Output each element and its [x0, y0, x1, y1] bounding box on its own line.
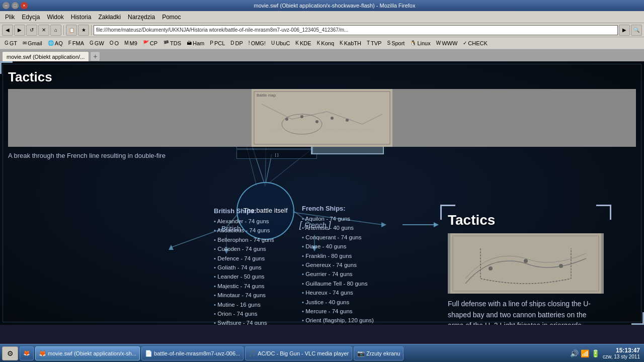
right-tactics-desc: Full defense with a line of ships closin… — [448, 299, 604, 325]
bookmarks-bar: GGT ✉Gmail 🌐AQ FFMA GGW OO MM9 🚩CP 🏴TDS … — [0, 37, 644, 49]
home-button[interactable]: ⌂ — [50, 25, 61, 36]
window-title: movie.swf (Obiekt application/x-shockwav… — [28, 3, 641, 9]
main-content: [ start/decision to attack ] [ A quick d… — [0, 61, 644, 325]
menu-edycja[interactable]: Edycja — [19, 13, 43, 22]
maximize-button[interactable]: □ — [12, 2, 19, 9]
british-ships-list: Alexander - 74 guns Audacious - 74 guns … — [214, 217, 291, 325]
history-icon[interactable]: 📋 — [66, 25, 77, 36]
bookmark-tvp[interactable]: TTVP — [364, 39, 384, 47]
list-item: Genereux - 74 guns — [302, 260, 377, 269]
network-icon[interactable]: 📶 — [581, 349, 589, 357]
forward-button[interactable]: ▶ — [14, 25, 25, 36]
bookmark-kde[interactable]: KKDE — [293, 39, 313, 47]
list-item: Orion - 74 guns — [214, 309, 291, 318]
french-ships-title: French Ships: — [302, 205, 377, 212]
list-item: Justice - 40 guns — [302, 298, 377, 307]
firefox-small-icon: 🦊 — [39, 350, 46, 357]
bookmark-gw[interactable]: GGW — [87, 39, 107, 47]
bookmark-omg[interactable]: !OMG! — [246, 39, 268, 47]
bookmark-check[interactable]: ✓CHECK — [460, 39, 490, 47]
battery-icon[interactable]: 🔋 — [591, 349, 600, 357]
list-item: Conquerant - 74 guns — [302, 233, 377, 242]
list-item: Majestic - 74 guns — [214, 282, 291, 291]
bookmark-konq[interactable]: KKonq — [314, 39, 337, 47]
bookmark-ubuc[interactable]: UUbuC — [269, 39, 292, 47]
bookmark-m9[interactable]: MM9 — [122, 39, 140, 47]
clock-area: 🔊 📶 🔋 15:13:47 czw, 13 sty 2011 — [570, 347, 642, 359]
toolbar: ◀ ▶ ↺ ✕ ⌂ 📋 ★ file:///home/mateusz/Dokum… — [0, 23, 644, 37]
menu-narzedzia[interactable]: Narzędzia — [125, 13, 158, 22]
svg-rect-26 — [252, 89, 392, 147]
list-item: Guillaume Tell - 80 guns — [302, 279, 377, 288]
go-button[interactable]: ▶ — [619, 25, 630, 36]
menu-historia[interactable]: Historia — [68, 13, 95, 22]
taskbar-firefox-icon[interactable]: 🦊 — [20, 346, 34, 360]
bookmark-ham[interactable]: 🏔Ham — [184, 39, 207, 47]
bookmark-sport[interactable]: SSport — [384, 39, 407, 47]
bookmark-tds[interactable]: 🏴TDS — [160, 39, 184, 47]
start-button[interactable]: ⚙ — [2, 346, 18, 360]
bookmark-dp[interactable]: DDP — [228, 39, 246, 47]
titlebar-left: − □ × — [3, 2, 28, 9]
bookmark-gmail[interactable]: ✉Gmail — [20, 39, 45, 47]
svg-point-45 — [524, 259, 528, 263]
taskbar-item-2[interactable]: 🎵 AC/DC - Big Gun - VLC media player — [245, 346, 352, 360]
bookmark-star[interactable]: ★ — [78, 25, 89, 36]
search-icon[interactable]: 🔍 — [631, 25, 642, 36]
list-item: Goliath - 74 guns — [214, 263, 291, 272]
list-item: Franklin - 80 guns — [302, 251, 377, 260]
reload-button[interactable]: ↺ — [26, 25, 37, 36]
close-button[interactable]: × — [21, 2, 28, 9]
right-tactics-box: Tactics Full — [440, 205, 611, 325]
left-tactics-box: Tactics Battle map — [0, 61, 201, 217]
menu-widok[interactable]: Widok — [44, 13, 66, 22]
stop-button[interactable]: ✕ — [38, 25, 49, 36]
vlc-icon: 🎵 — [249, 350, 256, 357]
svg-point-36 — [300, 115, 303, 118]
taskbar-item-1-label: battle-of-nile-mrasm8m7-uvz-006... — [154, 350, 240, 356]
bookmark-gt[interactable]: GGT — [2, 39, 20, 47]
svg-point-37 — [315, 120, 318, 123]
right-tactics-image — [448, 233, 604, 294]
menu-plik[interactable]: Plik — [2, 13, 18, 22]
tab-add-button[interactable]: + — [90, 51, 100, 61]
list-item: Bellerophon - 74 guns — [214, 235, 291, 244]
address-bar[interactable]: file:///home/mateusz/Dokumenty/UKKNJA/Hi… — [94, 25, 618, 35]
list-item: Mercure - 74 guns — [302, 307, 377, 316]
list-item: Artemise - 40 guns — [302, 223, 377, 232]
british-ships-title: British Ships: — [214, 207, 291, 215]
left-tactics-title: Tactics — [8, 69, 636, 85]
svg-point-44 — [489, 266, 493, 270]
list-item: Defence - 74 guns — [214, 254, 291, 263]
list-item: Aquilon - 74 guns — [302, 214, 377, 223]
list-item: Culloden - 74 guns — [214, 244, 291, 253]
taskbar-item-3-label: Zrzuty ekranu — [366, 350, 400, 356]
minimize-button[interactable]: − — [3, 2, 10, 9]
list-item: Swiftsure - 74 guns — [214, 318, 291, 325]
clock-date: czw, 13 sty 2011 — [603, 354, 640, 359]
list-item: Heureux - 74 guns — [302, 288, 377, 297]
menu-zakladki[interactable]: Zakładki — [95, 13, 124, 22]
bookmark-pcl[interactable]: PPCL — [207, 39, 227, 47]
french-ships: French Ships: Aquilon - 74 guns Artemise… — [302, 205, 377, 325]
taskbar-item-0[interactable]: 🦊 movie.swf (Obiekt application/x-sh... — [35, 346, 140, 360]
bookmark-aq[interactable]: 🌐AQ — [45, 39, 65, 47]
svg-point-46 — [559, 264, 563, 268]
back-button[interactable]: ◀ — [2, 25, 13, 36]
speaker-icon[interactable]: 🔊 — [570, 349, 579, 357]
clock: 15:13:47 czw, 13 sty 2011 — [603, 347, 640, 359]
bookmark-o[interactable]: OO — [107, 39, 121, 47]
bookmark-cp[interactable]: 🚩CP — [140, 39, 160, 47]
taskbar-item-2-label: AC/DC - Big Gun - VLC media player — [258, 350, 349, 356]
taskbar-item-3[interactable]: 📷 Zrzuty ekranu — [354, 346, 404, 360]
bookmark-linux[interactable]: 🐧Linux — [408, 39, 433, 47]
svg-point-39 — [346, 119, 349, 122]
bookmark-kabth[interactable]: KKabTH — [337, 39, 364, 47]
bookmark-www[interactable]: WWWW — [434, 39, 460, 47]
tab-label: movie.swf (Obiekt application/... — [7, 54, 85, 60]
tab-main[interactable]: movie.swf (Obiekt application/... — [2, 51, 89, 61]
bookmark-fma[interactable]: FFMA — [66, 39, 87, 47]
left-tactics-image: Battle map — [8, 89, 636, 147]
taskbar-item-1[interactable]: 📄 battle-of-nile-mrasm8m7-uvz-006... — [141, 346, 244, 360]
menu-pomoc[interactable]: Pomoc — [159, 13, 184, 22]
